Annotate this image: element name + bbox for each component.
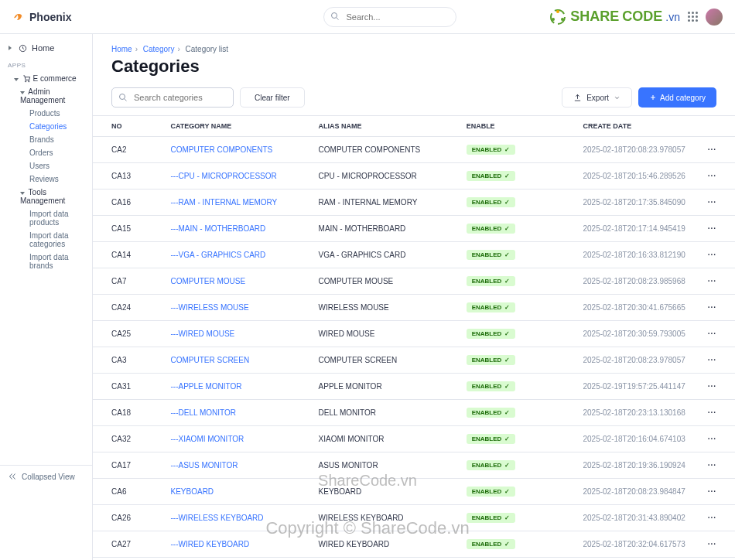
- sidebar-admin-mgmt[interactable]: Admin Management: [0, 85, 92, 107]
- cell-actions[interactable]: ···: [699, 190, 735, 216]
- cell-date: 2025-02-18T20:32:04.617573: [575, 531, 699, 558]
- cell-name[interactable]: ---APPLE MONITOR: [163, 374, 311, 400]
- more-icon[interactable]: ···: [708, 224, 716, 233]
- col-date[interactable]: CREATE DATE: [575, 116, 699, 137]
- cell-actions[interactable]: ···: [699, 295, 735, 321]
- breadcrumb-category[interactable]: Category: [143, 45, 175, 53]
- cell-actions[interactable]: ···: [699, 163, 735, 190]
- more-icon[interactable]: ···: [708, 540, 716, 548]
- cell-no: CA14: [93, 242, 163, 268]
- sidebar-item-import-data-brands[interactable]: Import data brands: [0, 251, 92, 272]
- more-icon[interactable]: ···: [708, 145, 716, 154]
- export-button[interactable]: Export: [562, 87, 632, 108]
- search-icon: [330, 12, 340, 21]
- cell-date: 2025-02-18T20:30:59.793005: [575, 321, 699, 347]
- cell-alias: WIRED MOUSE: [311, 321, 459, 347]
- more-icon[interactable]: ···: [708, 461, 716, 470]
- status-badge: ENABLED ✓: [467, 197, 516, 207]
- brand[interactable]: Phoenix: [12, 11, 71, 23]
- breadcrumb-home[interactable]: Home: [111, 45, 132, 53]
- cell-actions[interactable]: ···: [699, 268, 735, 295]
- status-badge: ENABLED ✓: [467, 250, 516, 260]
- check-icon: ✓: [504, 146, 510, 153]
- sidebar-item-products[interactable]: Products: [0, 107, 92, 120]
- cell-name[interactable]: ---WIRELESS MOUSE: [163, 295, 311, 321]
- cell-name[interactable]: KEYBOARD: [163, 479, 311, 505]
- sidebar-tools-mgmt[interactable]: Tools Management: [0, 186, 92, 207]
- col-enable[interactable]: ENABLE: [459, 116, 576, 137]
- col-no[interactable]: NO: [93, 116, 163, 137]
- clear-filter-button[interactable]: Clear filter: [240, 87, 305, 108]
- cell-name[interactable]: COMPUTER SCREEN: [163, 347, 311, 374]
- cell-no: CA15: [93, 216, 163, 242]
- cell-actions[interactable]: ···: [699, 452, 735, 479]
- cell-date: 2025-02-18T20:23:13.130168: [575, 400, 699, 426]
- sidebar-item-reviews[interactable]: Reviews: [0, 172, 92, 186]
- col-name[interactable]: CATEGORY NAME: [163, 116, 311, 137]
- cell-actions[interactable]: ···: [699, 400, 735, 426]
- table-row: CA31---APPLE MONITORAPPLE MONITORENABLED…: [93, 374, 735, 400]
- cell-name[interactable]: ---WIRED MOUSE: [163, 321, 311, 347]
- cell-name[interactable]: ---VGA - GRAPHICS CARD: [163, 242, 311, 268]
- more-icon[interactable]: ···: [708, 435, 716, 443]
- cell-actions[interactable]: ···: [699, 242, 735, 268]
- cell-actions[interactable]: ···: [699, 426, 735, 452]
- main: Home› Category› Category list Categories…: [93, 34, 735, 560]
- sidebar-ecommerce[interactable]: E commerce: [0, 72, 92, 85]
- cell-name[interactable]: ---WIRELESS KEYBOARD: [163, 505, 311, 531]
- sidebar-collapse[interactable]: Collapsed View: [0, 465, 92, 487]
- cell-enable: ENABLED ✓: [459, 321, 576, 347]
- global-search-input[interactable]: [323, 7, 456, 27]
- apps-grid-icon[interactable]: [688, 12, 698, 22]
- export-label: Export: [586, 94, 609, 102]
- more-icon[interactable]: ···: [708, 330, 716, 338]
- sidebar-item-orders[interactable]: Orders: [0, 146, 92, 159]
- cell-actions[interactable]: ···: [699, 347, 735, 374]
- cell-actions[interactable]: ···: [699, 479, 735, 505]
- more-icon[interactable]: ···: [708, 277, 716, 285]
- add-category-button[interactable]: Add category: [638, 87, 716, 108]
- more-icon[interactable]: ···: [708, 487, 716, 496]
- cell-name[interactable]: ---XIAOMI MONITOR: [163, 426, 311, 452]
- more-icon[interactable]: ···: [708, 172, 716, 180]
- cell-alias: KEYBOARD: [311, 479, 459, 505]
- sidebar-ecom-label: E commerce: [33, 74, 77, 83]
- check-icon: ✓: [504, 357, 510, 364]
- cell-actions[interactable]: ···: [699, 216, 735, 242]
- cell-name[interactable]: ---RAM - INTERNAL MEMORY: [163, 190, 311, 216]
- cell-enable: ENABLED ✓: [459, 452, 576, 479]
- sidebar-item-users[interactable]: Users: [0, 159, 92, 172]
- cell-no: CA31: [93, 374, 163, 400]
- avatar[interactable]: [706, 9, 723, 26]
- cell-actions[interactable]: ···: [699, 505, 735, 531]
- cell-name[interactable]: ---DELL MONITOR: [163, 400, 311, 426]
- more-icon[interactable]: ···: [708, 408, 716, 417]
- cell-alias: COMPUTER MOUSE: [311, 268, 459, 295]
- sidebar-home[interactable]: Home: [0, 40, 92, 56]
- cell-name[interactable]: ---ASUS MONITOR: [163, 452, 311, 479]
- sidebar-item-brands[interactable]: Brands: [0, 133, 92, 146]
- more-icon[interactable]: ···: [708, 198, 716, 207]
- more-icon[interactable]: ···: [708, 303, 716, 312]
- cell-name[interactable]: COMPUTER MOUSE: [163, 268, 311, 295]
- col-alias[interactable]: ALIAS NAME: [311, 116, 459, 137]
- cell-name[interactable]: COMPUTER COMPONENTS: [163, 137, 311, 163]
- cell-actions[interactable]: ···: [699, 321, 735, 347]
- cell-date: 2025-02-18T20:16:33.812190: [575, 242, 699, 268]
- more-icon[interactable]: ···: [708, 356, 716, 364]
- more-icon[interactable]: ···: [708, 514, 716, 522]
- cell-actions[interactable]: ···: [699, 374, 735, 400]
- cell-date: 2025-02-18T20:19:36.190924: [575, 452, 699, 479]
- sidebar-item-import-data-categories[interactable]: Import data categories: [0, 229, 92, 251]
- cell-name[interactable]: ---WIRED KEYBOARD: [163, 531, 311, 558]
- sidebar-item-import-data-products[interactable]: Import data products: [0, 207, 92, 229]
- cell-name[interactable]: ---MAIN - MOTHERBOARD: [163, 216, 311, 242]
- cell-actions[interactable]: ···: [699, 531, 735, 558]
- more-icon[interactable]: ···: [708, 251, 716, 259]
- category-search-input[interactable]: [111, 87, 234, 108]
- cell-name[interactable]: ---CPU - MICROPROCESSOR: [163, 163, 311, 190]
- more-icon[interactable]: ···: [708, 382, 716, 391]
- cell-actions[interactable]: ···: [699, 137, 735, 163]
- sidebar-item-categories[interactable]: Categories: [0, 120, 92, 133]
- cell-alias: WIRELESS MOUSE: [311, 295, 459, 321]
